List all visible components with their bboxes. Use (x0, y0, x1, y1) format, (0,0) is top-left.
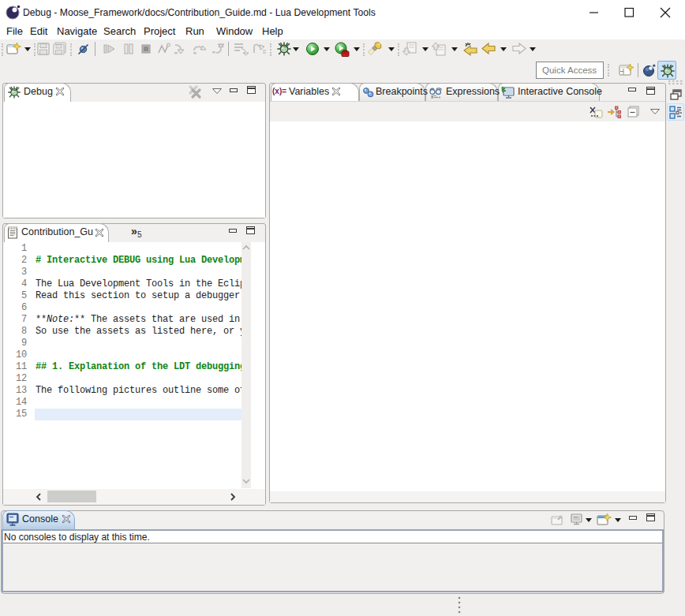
svg-text:x=: x= (431, 94, 436, 99)
